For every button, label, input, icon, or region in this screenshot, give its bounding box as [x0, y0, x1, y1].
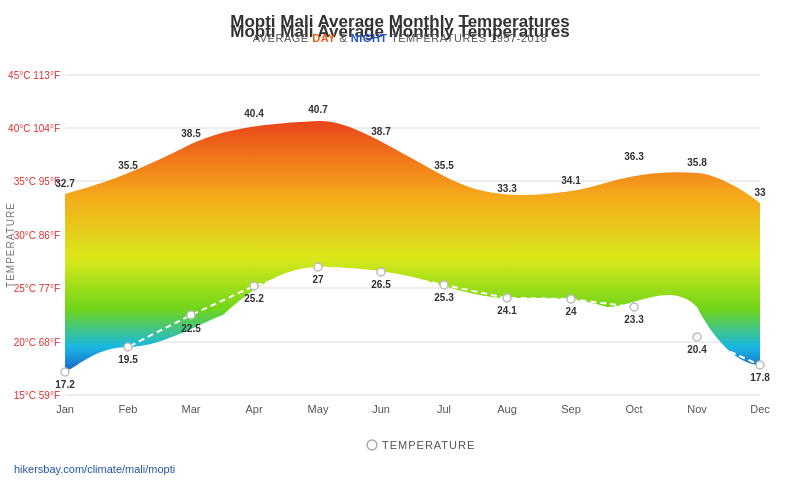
chart-container: Mopti Mali Average Monthly Temperatures — [0, 0, 800, 500]
svg-point-17 — [187, 311, 195, 319]
svg-text:32.7: 32.7 — [55, 178, 75, 189]
svg-text:25.3: 25.3 — [434, 292, 454, 303]
svg-point-19 — [314, 263, 322, 271]
svg-text:34.1: 34.1 — [561, 175, 581, 186]
chart-subtitle-overlay: AVERAGE DAY & NIGHT TEMPERATURES 1957-20… — [0, 32, 800, 44]
svg-text:22.5: 22.5 — [181, 323, 201, 334]
svg-text:Feb: Feb — [119, 403, 138, 415]
svg-point-63 — [367, 440, 377, 450]
subtitle-day-text: DAY — [312, 32, 336, 44]
subtitle-suffix-text: TEMPERATURES 1957-2018 — [388, 32, 548, 44]
svg-point-22 — [503, 294, 511, 302]
svg-point-24 — [630, 303, 638, 311]
svg-text:45°C 113°F: 45°C 113°F — [8, 70, 60, 81]
svg-point-23 — [567, 295, 575, 303]
svg-text:Nov: Nov — [687, 403, 707, 415]
subtitle-prefix-text: AVERAGE — [253, 32, 312, 44]
svg-point-15 — [61, 368, 69, 376]
temperature-chart: 45°C 113°F 40°C 104°F 35°C 95°F 30°C 86°… — [0, 55, 800, 485]
svg-text:33.3: 33.3 — [497, 183, 517, 194]
svg-text:Jul: Jul — [437, 403, 451, 415]
svg-text:36.3: 36.3 — [624, 151, 644, 162]
svg-text:19.5: 19.5 — [118, 354, 138, 365]
svg-text:35.5: 35.5 — [118, 160, 138, 171]
svg-text:Jun: Jun — [372, 403, 390, 415]
svg-text:TEMPERATURE: TEMPERATURE — [382, 439, 475, 451]
svg-text:40.4: 40.4 — [244, 108, 264, 119]
svg-point-18 — [250, 282, 258, 290]
svg-point-26 — [756, 361, 764, 369]
svg-text:25°C 77°F: 25°C 77°F — [14, 283, 60, 294]
svg-text:38.5: 38.5 — [181, 128, 201, 139]
svg-point-25 — [693, 333, 701, 341]
svg-text:Sep: Sep — [561, 403, 581, 415]
svg-text:hikersbay.com/climate/mali/mop: hikersbay.com/climate/mali/mopti — [14, 463, 175, 475]
svg-text:35.8: 35.8 — [687, 157, 707, 168]
svg-text:40°C 104°F: 40°C 104°F — [8, 123, 60, 134]
svg-text:Mar: Mar — [182, 403, 201, 415]
subtitle-amp: & — [336, 32, 351, 44]
svg-text:24.1: 24.1 — [497, 305, 517, 316]
svg-text:33: 33 — [754, 187, 766, 198]
subtitle-night-text: NIGHT — [351, 32, 388, 44]
svg-text:25.2: 25.2 — [244, 293, 264, 304]
svg-text:38.7: 38.7 — [371, 126, 391, 137]
svg-text:Oct: Oct — [625, 403, 642, 415]
svg-text:40.7: 40.7 — [308, 104, 328, 115]
svg-text:24: 24 — [565, 306, 577, 317]
svg-text:30°C 86°F: 30°C 86°F — [14, 230, 60, 241]
svg-text:Dec: Dec — [750, 403, 770, 415]
svg-text:35.5: 35.5 — [434, 160, 454, 171]
svg-text:May: May — [308, 403, 329, 415]
svg-text:Apr: Apr — [245, 403, 262, 415]
svg-text:35°C 95°F: 35°C 95°F — [14, 176, 60, 187]
svg-point-16 — [124, 343, 132, 351]
svg-text:Jan: Jan — [56, 403, 74, 415]
svg-text:15°C 59°F: 15°C 59°F — [14, 390, 60, 401]
svg-text:17.2: 17.2 — [55, 379, 75, 390]
svg-point-20 — [377, 268, 385, 276]
svg-text:27: 27 — [312, 274, 324, 285]
svg-text:TEMPERATURE: TEMPERATURE — [5, 202, 16, 288]
svg-text:20.4: 20.4 — [687, 344, 707, 355]
svg-text:20°C 68°F: 20°C 68°F — [14, 337, 60, 348]
svg-point-21 — [440, 281, 448, 289]
svg-text:17.8: 17.8 — [750, 372, 770, 383]
svg-text:26.5: 26.5 — [371, 279, 391, 290]
svg-text:Aug: Aug — [497, 403, 517, 415]
svg-text:23.3: 23.3 — [624, 314, 644, 325]
